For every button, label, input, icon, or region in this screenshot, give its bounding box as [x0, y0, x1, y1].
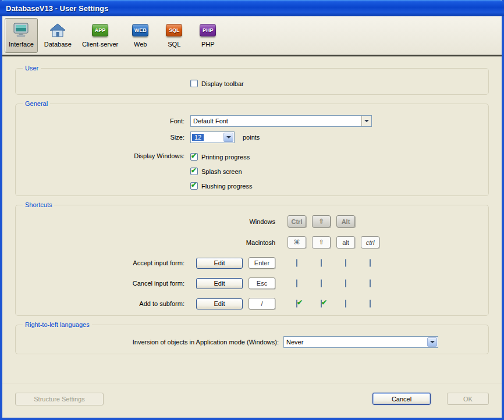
- cancel-key-display: Esc: [249, 277, 275, 289]
- accept-mod1-checkbox[interactable]: [296, 259, 297, 267]
- inversion-select[interactable]: Never: [283, 336, 438, 348]
- subform-mod2-checkbox[interactable]: [321, 300, 322, 308]
- inversion-row: Inversion of objects in Application mode…: [20, 336, 484, 348]
- cancel-input-form-label: Cancel input form:: [20, 280, 190, 287]
- accept-mod-cell: [370, 259, 371, 266]
- toolbar-item-database[interactable]: Database: [40, 18, 76, 53]
- accept-mod2-checkbox[interactable]: [321, 259, 322, 267]
- splash-screen-label: Splash screen: [201, 168, 242, 175]
- accept-mod4-checkbox[interactable]: [370, 259, 371, 267]
- macintosh-label: Macintosh: [246, 239, 285, 246]
- app-badge-text: APP: [92, 24, 108, 37]
- display-windows-options: Printing progress Splash screen Flushing…: [190, 152, 252, 190]
- toolbar-item-sql[interactable]: SQL SQL: [158, 18, 190, 53]
- web-badge-icon: WEB: [132, 21, 148, 40]
- settings-content: User Display toolbar General Font: Defau…: [2, 56, 502, 383]
- toolbar-item-web[interactable]: WEB Web: [125, 18, 156, 53]
- accept-input-form-label: Accept input form:: [20, 259, 190, 266]
- font-select[interactable]: Default Font: [190, 115, 372, 127]
- cancel-mod-cell: [345, 280, 346, 287]
- size-row: Size: 12 points: [20, 131, 484, 143]
- cancel-edit-button[interactable]: Edit: [196, 278, 243, 289]
- structure-settings-button[interactable]: Structure Settings: [15, 393, 104, 405]
- points-label: points: [243, 134, 260, 141]
- font-row: Font: Default Font: [20, 115, 484, 127]
- subform-edit-button[interactable]: Edit: [196, 298, 243, 309]
- display-windows-label: Display Windows:: [20, 152, 190, 159]
- flushing-progress-checkbox[interactable]: [190, 182, 198, 190]
- group-general-title: General: [23, 100, 50, 107]
- toolbar-item-label: Database: [44, 41, 72, 48]
- display-toolbar-checkbox[interactable]: [190, 80, 198, 87]
- accept-edit-button[interactable]: Edit: [196, 258, 243, 269]
- group-user: User Display toolbar: [15, 65, 489, 95]
- ok-button[interactable]: OK: [447, 393, 489, 405]
- accept-key-display: Enter: [249, 257, 275, 269]
- titlebar[interactable]: DatabaseV13 - User Settings: [0, 0, 504, 16]
- alt-key-windows: Alt: [336, 215, 355, 227]
- shortcuts-grid: Windows Ctrl ⇧ Alt Macintosh ⌘ ⇧ alt ctr…: [20, 215, 484, 309]
- size-select-value: 12: [192, 134, 204, 141]
- subform-edit-cell: Edit: [190, 298, 249, 309]
- cancel-button[interactable]: Cancel: [372, 393, 431, 405]
- cancel-mod3-checkbox[interactable]: [345, 279, 346, 287]
- display-toolbar-label: Display toolbar: [201, 80, 244, 87]
- php-badge-icon: PHP: [200, 21, 216, 40]
- group-rtl-languages: Right-to-left languages Inversion of obj…: [15, 321, 489, 354]
- subform-mod1-checkbox[interactable]: [296, 300, 297, 308]
- splash-screen-checkbox[interactable]: [190, 168, 198, 175]
- printing-progress-checkbox[interactable]: [190, 153, 198, 161]
- subform-mod-cell: [296, 300, 297, 307]
- accept-mod3-checkbox[interactable]: [345, 259, 346, 267]
- dialog-footer: Structure Settings Cancel OK: [2, 383, 502, 418]
- display-windows-row: Display Windows: Printing progress Splas…: [20, 152, 484, 190]
- subform-mod3-checkbox[interactable]: [345, 300, 346, 308]
- inversion-label: Inversion of objects in Application mode…: [20, 339, 283, 346]
- shift-key-mac: ⇧: [312, 236, 331, 248]
- toolbar-item-label: Web: [134, 41, 147, 48]
- app-badge-icon: APP: [92, 21, 108, 40]
- php-badge-text: PHP: [200, 24, 216, 37]
- sql-badge-text: SQL: [166, 24, 182, 37]
- ctrl-key-mac: ctrl: [361, 236, 379, 248]
- toolbar-item-label: PHP: [201, 41, 215, 48]
- chevron-down-icon[interactable]: [223, 133, 233, 142]
- cancel-mod1-checkbox[interactable]: [296, 279, 297, 287]
- windows-label: Windows: [249, 218, 285, 225]
- command-key-mac: ⌘: [288, 236, 306, 248]
- group-user-title: User: [23, 65, 41, 72]
- toolbar-item-client-server[interactable]: APP Client-server: [78, 18, 122, 53]
- chevron-down-icon[interactable]: [427, 337, 437, 347]
- group-general: General Font: Default Font Size: 12 poin…: [15, 100, 489, 196]
- printing-progress-checkbox-row[interactable]: Printing progress: [190, 153, 252, 161]
- settings-window: DatabaseV13 - User Settings Interface: [0, 0, 504, 420]
- web-badge-text: WEB: [132, 24, 148, 37]
- accept-mod-cell: [296, 259, 297, 266]
- toolbar-item-interface[interactable]: Interface: [5, 18, 38, 53]
- cancel-mod-cell: [370, 280, 371, 287]
- display-toolbar-checkbox-row[interactable]: Display toolbar: [190, 80, 244, 87]
- window-title: DatabaseV13 - User Settings: [6, 4, 108, 13]
- cancel-edit-cell: Edit: [190, 278, 249, 289]
- add-to-subform-label: Add to subform:: [20, 300, 190, 307]
- accept-edit-cell: Edit: [190, 258, 249, 269]
- settings-toolbar: Interface Database APP Client-server WEB…: [2, 16, 502, 56]
- display-toolbar-row: Display toolbar: [190, 80, 484, 88]
- size-label: Size:: [20, 134, 190, 141]
- splash-screen-checkbox-row[interactable]: Splash screen: [190, 168, 252, 175]
- font-select-value: Default Font: [191, 118, 361, 124]
- font-label: Font:: [20, 118, 190, 124]
- flushing-progress-label: Flushing progress: [201, 183, 252, 190]
- size-select[interactable]: 12: [190, 131, 235, 143]
- inversion-select-value: Never: [284, 339, 427, 346]
- group-shortcuts: Shortcuts Windows Ctrl ⇧ Alt Macintosh ⌘…: [15, 201, 489, 316]
- toolbar-item-php[interactable]: PHP PHP: [192, 18, 223, 53]
- sql-badge-icon: SQL: [166, 21, 182, 40]
- toolbar-item-label: SQL: [168, 41, 180, 48]
- subform-key-display: /: [249, 298, 275, 309]
- cancel-mod2-checkbox[interactable]: [321, 279, 322, 287]
- flushing-progress-checkbox-row[interactable]: Flushing progress: [190, 182, 252, 190]
- cancel-mod4-checkbox[interactable]: [370, 279, 371, 287]
- chevron-down-icon[interactable]: [361, 116, 371, 126]
- subform-mod4-checkbox[interactable]: [370, 300, 371, 308]
